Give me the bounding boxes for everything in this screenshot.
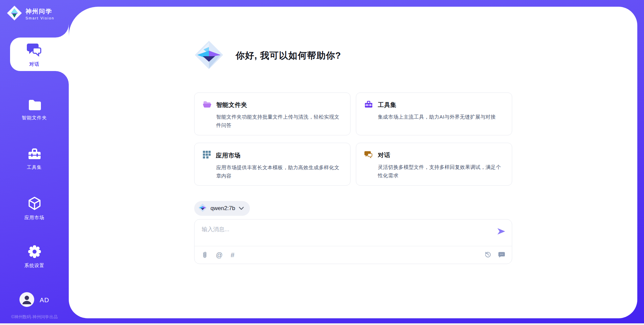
avatar <box>19 292 34 308</box>
app-window: 神州问学 Smart Vision 对话 智能文件夹 <box>0 0 644 325</box>
mention-icon[interactable]: @ <box>216 252 223 258</box>
model-selector[interactable]: qwen2:7b <box>194 201 250 216</box>
folder-icon <box>28 99 42 112</box>
main-content: 你好, 我可以如何帮助你? 智能文件夹 智能文件夹功能支持批量文件上传与清洗，轻… <box>69 7 637 318</box>
message-input[interactable] <box>195 219 512 246</box>
greeting-title: 你好, 我可以如何帮助你? <box>236 50 341 62</box>
sidebar-item-label: 智能文件夹 <box>22 115 47 121</box>
sidebar-item-settings[interactable]: 系统设置 <box>0 245 69 269</box>
gear-icon <box>28 245 41 260</box>
card-title: 智能文件夹 <box>216 101 248 109</box>
greeting-logo-icon <box>194 40 224 71</box>
model-name: qwen2:7b <box>211 205 235 212</box>
greeting-block: 你好, 我可以如何帮助你? <box>194 7 512 71</box>
feedback-chat-icon[interactable] <box>498 251 505 259</box>
card-app-market[interactable]: 应用市场 应用市场提供丰富长文本模板，助力高效生成多样化文章内容 <box>194 143 351 186</box>
card-smart-folder[interactable]: 智能文件夹 智能文件夹功能支持批量文件上传与清洗，轻松实现文件问答 <box>194 92 351 135</box>
card-description: 应用市场提供丰富长文本模板，助力高效生成多样化文章内容 <box>216 164 342 180</box>
sidebar-item-toolset[interactable]: 工具集 <box>0 147 69 171</box>
toolbox-icon <box>364 100 373 110</box>
chevron-down-icon <box>239 205 244 211</box>
sidebar-item-label: 工具集 <box>27 165 42 171</box>
card-description: 集成市场上主流工具，助力AI与外界无缝扩展与对接 <box>378 113 504 121</box>
feature-cards: 智能文件夹 智能文件夹功能支持批量文件上传与清洗，轻松实现文件问答 <box>194 92 512 186</box>
sidebar-item-label: 系统设置 <box>24 263 45 269</box>
brand-name: 神州问学 <box>25 7 54 15</box>
user-name: AD <box>40 297 49 304</box>
copyright-text: ©神州数码·神州问学出品 <box>0 314 69 320</box>
card-description: 灵活切换多模型文件，支持多样回复效果调试，满足个性化需求 <box>378 163 504 180</box>
message-composer: @ # <box>194 219 512 264</box>
user-profile[interactable]: AD <box>0 292 69 308</box>
sidebar: 神州问学 Smart Vision 对话 智能文件夹 <box>0 0 69 325</box>
sidebar-item-smart-folder[interactable]: 智能文件夹 <box>0 99 69 121</box>
brand-logo: 神州问学 Smart Vision <box>7 5 54 22</box>
card-chat[interactable]: 对话 灵活切换多模型文件，支持多样回复效果调试，满足个性化需求 <box>356 143 512 186</box>
sidebar-item-app-market[interactable]: 应用市场 <box>0 196 69 221</box>
sidebar-item-label: 应用市场 <box>24 215 45 221</box>
toolbox-icon <box>28 147 42 161</box>
sidebar-item-label: 对话 <box>30 61 40 67</box>
history-icon[interactable] <box>484 251 491 259</box>
grid-cube-icon <box>203 150 211 160</box>
model-logo-diamond-icon <box>198 203 207 213</box>
hash-icon[interactable]: # <box>231 252 234 258</box>
send-button[interactable] <box>497 227 506 236</box>
card-description: 智能文件夹功能支持批量文件上传与清洗，轻松实现文件问答 <box>216 113 342 130</box>
chat-icon <box>27 42 42 58</box>
folder-open-icon <box>203 100 211 110</box>
card-toolset[interactable]: 工具集 集成市场上主流工具，助力AI与外界无缝扩展与对接 <box>356 92 512 135</box>
card-title: 对话 <box>378 151 390 159</box>
horizontal-scrollbar[interactable] <box>0 323 644 325</box>
brand-diamond-icon <box>7 5 22 22</box>
composer-toolbar: @ # <box>195 246 512 264</box>
brand-subtitle: Smart Vision <box>25 16 54 20</box>
card-title: 工具集 <box>378 101 397 109</box>
cube-icon <box>28 196 41 212</box>
chat-icon <box>364 150 373 160</box>
attachment-icon[interactable] <box>201 251 208 259</box>
sidebar-item-chat[interactable]: 对话 <box>0 42 69 67</box>
card-title: 应用市场 <box>216 151 241 159</box>
